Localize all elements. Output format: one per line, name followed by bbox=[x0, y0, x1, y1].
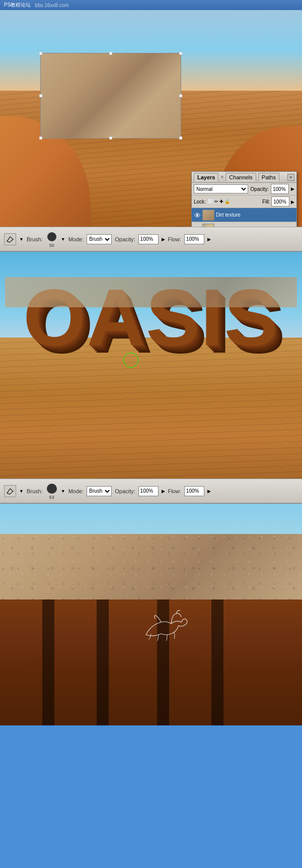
mode-label-2: Mode: bbox=[68, 488, 84, 494]
layer-more-sand[interactable]: More Sand bbox=[192, 222, 296, 227]
handle-tr[interactable] bbox=[179, 52, 182, 55]
fill-input[interactable] bbox=[271, 196, 289, 207]
canvas-section-1: Layers × Channels Paths × Normal Multipl… bbox=[0, 10, 302, 227]
brush-label-1: Brush: bbox=[27, 236, 43, 242]
toolbar-2: ▼ Brush: 63 ▼ Mode: Brush Pencil Opacity… bbox=[0, 479, 302, 504]
handle-br[interactable] bbox=[179, 137, 182, 140]
handle-mr[interactable] bbox=[179, 94, 182, 97]
tab-paths[interactable]: Paths bbox=[258, 173, 279, 181]
eraser-tool-icon-2[interactable] bbox=[4, 485, 16, 497]
opacity-label-1: Opacity: bbox=[115, 236, 135, 242]
brush-dropdown-arrow-1[interactable]: ▼ bbox=[61, 237, 65, 242]
fill-label: Fill: bbox=[262, 199, 270, 205]
fill-section: Fill: ▶ bbox=[262, 196, 294, 207]
layer-name-dirt: Dirt texture bbox=[216, 212, 294, 218]
canvas-section-3 bbox=[0, 504, 302, 725]
panel-close-button[interactable]: × bbox=[287, 174, 294, 181]
lock-fill-row: Lock: ⬜ ✏ ✚ 🔒 Fill: ▶ bbox=[192, 195, 296, 208]
eye-moresand[interactable] bbox=[194, 226, 201, 227]
handle-ml[interactable] bbox=[39, 94, 42, 97]
letter-gap-4 bbox=[211, 599, 223, 725]
brush-size-value-2: 63 bbox=[49, 495, 54, 500]
animal-sketch bbox=[136, 605, 196, 645]
opacity-arrow-1[interactable]: ▶ bbox=[162, 237, 165, 242]
flow-arrow-2[interactable]: ▶ bbox=[207, 489, 211, 494]
brush-dropdown-arrow-2[interactable]: ▼ bbox=[61, 489, 65, 494]
mode-label-1: Mode: bbox=[68, 236, 84, 242]
lock-all-icon[interactable]: 🔒 bbox=[224, 199, 230, 204]
letter-gap-1 bbox=[42, 599, 54, 725]
tab-channels[interactable]: Channels bbox=[225, 173, 256, 181]
lock-position-icon[interactable]: ✚ bbox=[219, 199, 223, 204]
toolbar2-arrow[interactable]: ▼ bbox=[19, 489, 24, 494]
blend-mode-row: Normal Multiply Screen Opacity: ▶ bbox=[192, 183, 296, 195]
tab-layers[interactable]: Layers bbox=[194, 173, 218, 181]
eraser-tool-icon[interactable] bbox=[4, 233, 16, 245]
panel-titlebar: Layers × Channels Paths × bbox=[192, 172, 296, 183]
brush-size-display-1: 50 bbox=[46, 231, 58, 248]
brush-preview-1[interactable] bbox=[46, 231, 58, 243]
flow-input-2[interactable] bbox=[184, 486, 204, 496]
flow-label-1: Flow: bbox=[168, 236, 181, 242]
header-title: PS教程论坛 bbox=[4, 2, 31, 9]
dirt-top-overlay bbox=[5, 277, 297, 307]
svg-point-1 bbox=[196, 214, 198, 216]
letter-gap-2 bbox=[97, 599, 109, 725]
thumb-sand bbox=[202, 224, 214, 227]
toolbar1-arrow[interactable]: ▼ bbox=[19, 237, 24, 242]
brush-size-value-1: 50 bbox=[49, 243, 54, 248]
toolbar-1: ▼ Brush: 50 ▼ Mode: Brush Pencil Block O… bbox=[0, 227, 302, 252]
mode-select-2[interactable]: Brush Pencil bbox=[87, 486, 112, 496]
opacity-input-2[interactable] bbox=[138, 486, 159, 496]
header-url: bbs.16xx8.com bbox=[35, 3, 68, 8]
flow-arrow-1[interactable]: ▶ bbox=[207, 237, 211, 242]
brush-circle-2 bbox=[47, 484, 57, 494]
fill-arrow[interactable]: ▶ bbox=[291, 199, 294, 205]
handle-bc[interactable] bbox=[109, 137, 112, 140]
brush-preview-2[interactable] bbox=[46, 483, 58, 495]
lock-label: Lock: bbox=[194, 199, 206, 205]
brush-size-display-2: 63 bbox=[46, 483, 58, 500]
layer-name-sand: More Sand bbox=[216, 226, 294, 227]
lock-icons: ⬜ ✏ ✚ 🔒 bbox=[208, 199, 230, 204]
flow-input-1[interactable] bbox=[184, 234, 204, 244]
handle-tc[interactable] bbox=[109, 52, 112, 55]
opacity-label-2: Opacity: bbox=[115, 488, 135, 494]
mode-select-1[interactable]: Brush Pencil Block bbox=[87, 234, 112, 244]
brush-circle-1 bbox=[47, 232, 56, 241]
layers-panel: Layers × Channels Paths × Normal Multipl… bbox=[191, 171, 297, 227]
thumb-dirt bbox=[202, 210, 214, 221]
handle-tl[interactable] bbox=[39, 52, 42, 55]
flow-label-2: Flow: bbox=[168, 488, 181, 494]
opacity-input-1[interactable] bbox=[138, 234, 159, 244]
canvas-section-2: OASIS bbox=[0, 252, 302, 479]
eye-dirt[interactable] bbox=[194, 212, 201, 219]
opacity-input[interactable] bbox=[271, 184, 289, 194]
handle-bl[interactable] bbox=[39, 137, 42, 140]
opacity-arrow-2[interactable]: ▶ bbox=[162, 489, 165, 494]
layer-dirt-texture[interactable]: Dirt texture bbox=[192, 208, 296, 222]
brush-label-2: Brush: bbox=[27, 488, 43, 494]
opacity-label: Opacity: bbox=[250, 186, 269, 192]
dirt-texture-layer bbox=[40, 53, 181, 139]
lock-transparent-icon[interactable]: ⬜ bbox=[208, 199, 213, 204]
lock-image-icon[interactable]: ✏ bbox=[214, 199, 218, 204]
header-bar: PS教程论坛 bbs.16xx8.com bbox=[0, 0, 302, 10]
blend-mode-select[interactable]: Normal Multiply Screen bbox=[194, 184, 248, 193]
opacity-arrow[interactable]: ▶ bbox=[291, 186, 294, 191]
